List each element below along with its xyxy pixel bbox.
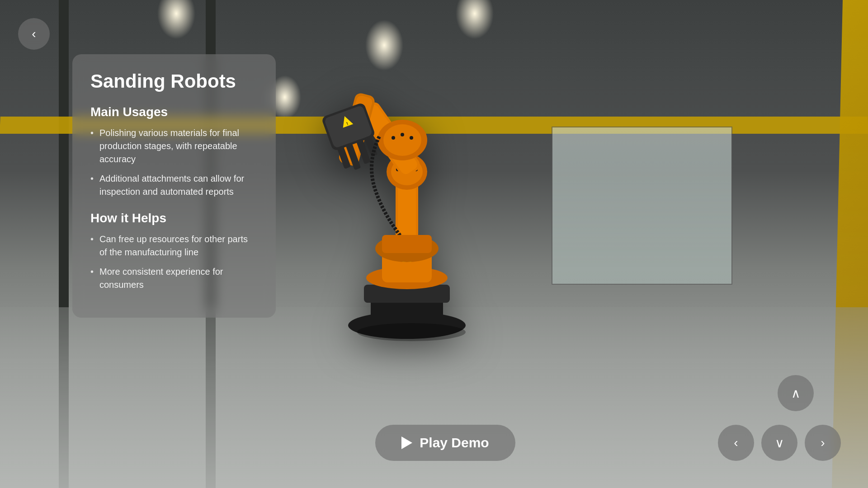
main-usages-heading: Main Usages (90, 105, 258, 119)
chevron-left-icon: ‹ (734, 436, 738, 450)
svg-point-20 (410, 136, 413, 140)
nav-buttons-container: ‹ ∨ › (718, 425, 841, 461)
list-item: Can free up resources for other parts of… (90, 233, 258, 259)
svg-point-18 (392, 136, 395, 140)
chevron-right-icon: › (821, 436, 825, 450)
nav-right-button[interactable]: › (805, 425, 841, 461)
list-item: Additional attachments can allow for ins… (90, 172, 258, 198)
svg-point-33 (357, 323, 466, 341)
back-button[interactable]: ‹ (18, 18, 50, 50)
play-demo-button[interactable]: Play Demo (375, 425, 515, 461)
how-it-helps-heading: How it Helps (90, 211, 258, 225)
how-it-helps-list: Can free up resources for other parts of… (90, 233, 258, 291)
info-panel: Sanding Robots Main Usages Polishing var… (72, 54, 276, 318)
panel-title: Sanding Robots (90, 70, 258, 92)
list-item: More consistent experience for consumers (90, 265, 258, 291)
svg-rect-32 (382, 235, 432, 253)
robot-image: ! (249, 27, 565, 343)
play-demo-label: Play Demo (420, 435, 489, 450)
chevron-up-icon: ∧ (791, 386, 801, 401)
robot-container: ! (249, 27, 565, 343)
back-icon: ‹ (32, 27, 36, 41)
window-area (552, 127, 732, 285)
list-item: Polishing various materials for final pr… (90, 127, 258, 166)
nav-left-button[interactable]: ‹ (718, 425, 754, 461)
svg-point-19 (401, 133, 404, 136)
chevron-down-icon: ∨ (775, 436, 784, 450)
nav-down-button[interactable]: ∨ (761, 425, 797, 461)
svg-point-17 (383, 124, 421, 156)
main-usages-list: Polishing various materials for final pr… (90, 127, 258, 198)
play-icon (401, 436, 412, 449)
nav-up-button[interactable]: ∧ (778, 375, 814, 411)
